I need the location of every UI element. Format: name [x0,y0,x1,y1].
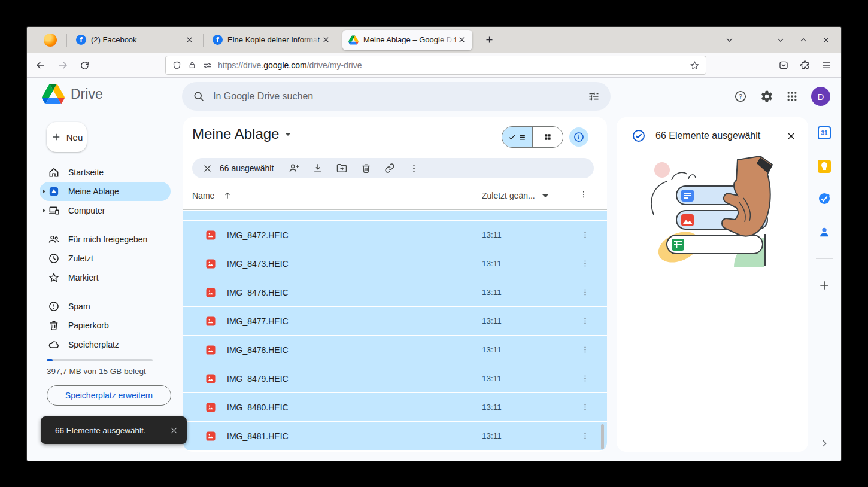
google-tasks-icon[interactable] [817,191,832,206]
google-apps-grid-icon[interactable] [782,87,802,106]
more-options-icon[interactable] [402,159,426,177]
tab-separator [66,34,67,47]
drive-icon [348,35,359,45]
permissions-icon[interactable] [202,60,213,71]
share-add-person-icon[interactable] [282,159,306,177]
sidebar-item-computer[interactable]: Computer [40,201,171,220]
search-options-icon[interactable] [588,90,600,102]
selection-count: 66 ausgewählt [220,163,274,173]
extensions-puzzle-icon[interactable] [797,57,814,74]
file-row[interactable]: IMG_8480.HEIC 13:11 [183,392,607,421]
pocket-icon[interactable] [775,57,792,74]
file-row[interactable]: IMG_8481.HEIC 13:11 [183,421,607,450]
sidebar-item-papierkorb[interactable]: Papierkorb [40,316,171,335]
selection-details-panel: 66 Elemente ausgewählt [617,117,808,452]
row-more-options-icon[interactable] [579,343,591,355]
delete-trash-icon[interactable] [354,159,378,177]
row-more-options-icon[interactable] [579,430,591,442]
close-tab-icon[interactable] [183,34,195,46]
new-tab-button[interactable] [480,31,498,49]
url-text[interactable]: https://drive.google.com/drive/my-drive [218,60,684,70]
browser-toolbar: https://drive.google.com/drive/my-drive [27,53,841,78]
tab-drive-active[interactable]: Meine Ablage – Google Dri [342,30,472,50]
file-row[interactable]: IMG_8476.HEIC 13:11 [183,278,607,306]
download-icon[interactable] [306,159,330,177]
sort-ascending-icon[interactable] [223,191,232,200]
sidebar-item-markiert[interactable]: Markiert [40,268,171,287]
drive-logo[interactable]: Drive [42,84,103,104]
sidebar-item-meine-ablage[interactable]: Meine Ablage [40,182,171,201]
help-icon[interactable]: ? [731,87,750,106]
clear-selection-icon[interactable] [198,159,216,177]
check-icon [508,133,516,141]
file-row[interactable]: IMG_8479.HEIC 13:11 [183,364,607,392]
file-row[interactable]: IMG_8472.HEIC 13:11 [183,220,607,249]
panel-close-icon[interactable] [786,131,796,141]
toast-close-icon[interactable] [169,426,178,435]
google-keep-icon[interactable] [817,159,832,174]
google-drive-app: Drive ? D Neu Startseite [27,78,841,461]
sidebar-item-spam[interactable]: Spam [40,297,171,316]
drive-search-bar[interactable] [182,82,611,111]
maximize-window-icon[interactable] [797,34,810,47]
row-more-options-icon[interactable] [579,229,591,241]
row-more-options-icon[interactable] [579,372,591,384]
forward-icon[interactable] [54,57,71,74]
close-tab-icon[interactable] [456,34,468,46]
sidebar-item-fuer-mich-freigegeben[interactable]: Für mich freigegeben [40,230,171,249]
list-all-tabs-icon[interactable] [723,34,736,47]
image-file-icon [205,373,216,384]
sidebar-item-speicherplatz[interactable]: Speicherplatz [40,335,171,354]
back-icon[interactable] [32,57,49,74]
column-settings-icon[interactable] [579,190,588,201]
account-avatar[interactable]: D [811,87,830,106]
hide-side-panel-chevron-icon[interactable] [817,436,832,451]
firefox-icon[interactable] [44,34,57,47]
file-row[interactable]: IMG_8478.HEIC 13:11 [183,335,607,364]
list-view-button[interactable] [502,127,532,147]
search-input[interactable] [213,91,579,102]
tab-facebook[interactable]: f (2) Facebook [70,30,200,50]
lock-icon[interactable] [187,60,197,70]
minimize-window-icon[interactable] [774,34,787,47]
row-more-options-icon[interactable] [579,401,591,413]
file-row[interactable]: IMG_8473.HEIC 13:11 [183,249,607,278]
close-tab-icon[interactable] [320,34,332,46]
settings-gear-icon[interactable] [757,87,776,106]
expand-arrow-icon[interactable] [43,189,45,194]
drive-logo-icon [42,84,65,104]
star-icon [48,272,60,284]
sidebar-item-zuletzt[interactable]: Zuletzt [40,249,171,268]
google-calendar-icon[interactable]: 31 [817,125,832,141]
google-contacts-icon[interactable] [817,224,832,240]
reload-icon[interactable] [76,57,93,74]
my-drive-icon [48,185,60,197]
column-modified[interactable]: Zuletzt geän... [482,191,535,200]
tab-kopie-informationen[interactable]: f Eine Kopie deiner Informat [207,30,336,50]
tab-separator [203,34,204,47]
grid-view-button[interactable] [533,127,563,147]
new-button[interactable]: Neu [47,122,87,152]
menu-hamburger-icon[interactable] [818,57,835,74]
copy-link-icon[interactable] [378,159,402,177]
expand-arrow-icon[interactable] [43,208,45,213]
close-window-icon[interactable] [820,34,833,47]
row-more-options-icon[interactable] [579,286,591,298]
expand-storage-button[interactable]: Speicherplatz erweitern [47,385,171,406]
url-bar[interactable]: https://drive.google.com/drive/my-drive [165,56,706,75]
move-to-folder-icon[interactable] [330,159,354,177]
details-info-button[interactable] [569,127,588,147]
tracking-shield-icon[interactable] [172,60,182,71]
row-more-options-icon[interactable] [579,257,591,269]
row-more-options-icon[interactable] [579,315,591,327]
list-scrollbar-thumb[interactable] [601,424,604,449]
bookmark-star-icon[interactable] [690,60,700,71]
sidebar-item-startseite[interactable]: Startseite [40,163,171,182]
column-name[interactable]: Name [192,191,214,200]
search-icon[interactable] [193,90,205,102]
selection-illustration [617,156,808,269]
file-row[interactable]: IMG_8477.HEIC 13:11 [183,306,607,335]
grid-icon [544,133,552,141]
add-addon-plus-icon[interactable] [817,278,832,293]
page-title[interactable]: Meine Ablage [192,126,291,142]
